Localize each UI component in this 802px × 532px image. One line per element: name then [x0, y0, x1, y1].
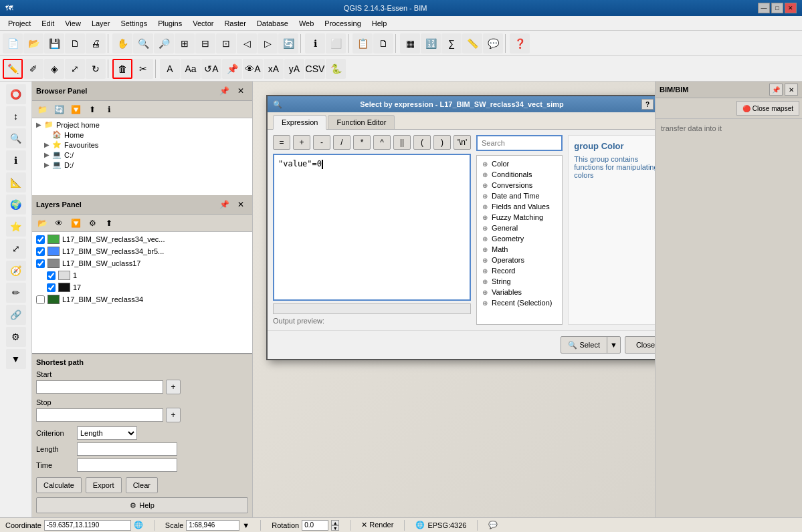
tool-settings[interactable]: ⚙	[6, 327, 26, 347]
menu-layer[interactable]: Layer	[86, 18, 116, 29]
zoom-in-btn[interactable]: 🔍	[133, 33, 153, 53]
layers-up2-btn[interactable]: ⬆	[102, 216, 116, 231]
menu-help[interactable]: Help	[367, 18, 393, 29]
add-label-btn[interactable]: A	[160, 59, 180, 79]
cat-conditionals[interactable]: ⊕ Conditionals	[480, 169, 559, 180]
tab-expression[interactable]: Expression	[273, 115, 326, 130]
cat-date-time[interactable]: ⊕ Date and Time	[480, 190, 559, 201]
python-btn[interactable]: 🐍	[326, 59, 346, 79]
tool-edit2[interactable]: ✏	[6, 283, 26, 303]
layer-checkbox[interactable]	[47, 271, 56, 280]
measure-btn[interactable]: 📏	[462, 33, 482, 53]
expr-plus-btn[interactable]: +	[293, 135, 310, 150]
tool-identify[interactable]: ℹ	[6, 150, 26, 170]
maximize-btn[interactable]: □	[771, 3, 783, 13]
new-file-btn[interactable]: 📄	[3, 33, 23, 53]
browser-add-btn[interactable]: 📁	[35, 102, 49, 117]
layer-item-5[interactable]: 17	[33, 281, 251, 293]
zoom-next-btn[interactable]: ▷	[258, 33, 278, 53]
field-calc-btn[interactable]: 🔢	[421, 33, 441, 53]
label-x-btn[interactable]: xA	[264, 59, 284, 79]
browser-refresh-btn[interactable]: 🔄	[52, 102, 66, 117]
length-input[interactable]	[77, 442, 177, 456]
pin-label-btn[interactable]: 📌	[222, 59, 242, 79]
cut-btn[interactable]: ✂	[133, 59, 153, 79]
identify-btn[interactable]: ℹ	[305, 33, 325, 53]
csv-btn[interactable]: CSV	[305, 59, 325, 79]
save-as-btn[interactable]: 🗋	[65, 33, 85, 53]
layer-checkbox[interactable]	[36, 247, 45, 256]
cat-math[interactable]: ⊕ Math	[480, 244, 559, 255]
browser-item-favourites[interactable]: ▶ ⭐ Favourites	[33, 140, 251, 150]
rotation-down-btn[interactable]: ▼	[331, 525, 339, 531]
browser-filter-btn[interactable]: 🔽	[68, 102, 83, 117]
rp-close-btn[interactable]: ✕	[785, 84, 798, 96]
menu-settings[interactable]: Settings	[115, 18, 153, 29]
menu-raster[interactable]: Raster	[219, 18, 251, 29]
refresh-btn[interactable]: 🔄	[278, 33, 298, 53]
tool-compass[interactable]: 🧭	[6, 261, 26, 281]
start-pick-btn[interactable]: +	[166, 380, 181, 394]
export-btn[interactable]: Export	[86, 477, 122, 493]
expr-power-btn[interactable]: ^	[373, 135, 391, 150]
start-input[interactable]	[36, 380, 163, 394]
browser-item-home[interactable]: 🏠 Home	[33, 130, 251, 140]
layer-item-6[interactable]: L17_BIM_SW_reclass34	[33, 293, 251, 305]
expression-scrollbar[interactable]	[273, 303, 471, 314]
browser-item-d[interactable]: ▶ 💻 D:/	[33, 160, 251, 170]
cat-string[interactable]: ⊕ String	[480, 276, 559, 287]
expr-multiply-btn[interactable]: *	[353, 135, 371, 150]
expr-rparen-btn[interactable]: )	[433, 135, 451, 150]
cat-recent[interactable]: ⊕ Recent (Selection)	[480, 297, 559, 308]
layers-close-btn[interactable]: ✕	[233, 197, 248, 212]
tool-pan[interactable]: ↕	[6, 106, 26, 126]
move-btn[interactable]: ⤢	[65, 59, 85, 79]
tool-down[interactable]: ▼	[6, 349, 26, 369]
edit-layer-btn[interactable]: ✏️	[3, 59, 23, 79]
help-btn[interactable]: ⚙ Help	[36, 497, 248, 513]
digitize-btn[interactable]: ✐	[23, 59, 43, 79]
cat-fuzzy[interactable]: ⊕ Fuzzy Matching	[480, 212, 559, 223]
zoom-prev-btn[interactable]: ◁	[237, 33, 257, 53]
coordinate-input[interactable]	[44, 520, 131, 531]
close-dialog-btn[interactable]: Close	[625, 336, 655, 354]
layers-settings-btn[interactable]: ⚙	[85, 216, 100, 231]
label-y-btn[interactable]: yA	[284, 59, 304, 79]
criterion-select[interactable]: Length Time	[77, 426, 137, 440]
select-btn-group[interactable]: 🔍 Select ▼	[561, 336, 621, 354]
stop-input[interactable]	[36, 408, 163, 422]
browser-pin-btn[interactable]: 📌	[217, 84, 231, 98]
copy-map-btn[interactable]: 📋	[353, 33, 373, 53]
scale-down-icon[interactable]: ▼	[242, 521, 249, 529]
layers-filter-btn[interactable]: 🔽	[68, 216, 83, 231]
clear-btn[interactable]: Clear	[126, 477, 158, 493]
scale-input[interactable]	[186, 520, 239, 531]
menu-processing[interactable]: Processing	[319, 18, 366, 29]
layer-item-2[interactable]: L17_BIM_SW_reclass34_br5...	[33, 245, 251, 257]
layer-item-3[interactable]: L17_BIM_SW_uclass17	[33, 257, 251, 269]
tool-star[interactable]: ⭐	[6, 217, 26, 237]
layer-checkbox[interactable]	[47, 283, 56, 292]
cat-record[interactable]: ⊕ Record	[480, 265, 559, 276]
select-rect-btn[interactable]: ⬜	[326, 33, 346, 53]
zoom-selection-btn[interactable]: ⊡	[216, 33, 236, 53]
time-input[interactable]	[77, 458, 177, 472]
cat-color[interactable]: ⊕ Color	[480, 158, 559, 169]
browser-item-project[interactable]: ▶ 📁 Project home	[33, 120, 251, 130]
tool-arrows[interactable]: ⤢	[6, 239, 26, 259]
expr-divide-btn[interactable]: /	[333, 135, 350, 150]
select-arrow-btn[interactable]: ▼	[607, 337, 620, 353]
expr-lparen-btn[interactable]: (	[413, 135, 431, 150]
save-btn[interactable]: 💾	[44, 33, 64, 53]
browser-item-c[interactable]: ▶ 💻 C:/	[33, 150, 251, 160]
zoom-layer-btn[interactable]: ⊟	[195, 33, 215, 53]
layers-open-btn[interactable]: 📂	[35, 216, 49, 231]
stats-btn[interactable]: ∑	[441, 33, 462, 53]
browser-close-btn[interactable]: ✕	[233, 84, 248, 98]
cat-fields-values[interactable]: ⊕ Fields and Values	[480, 201, 559, 212]
cat-operators[interactable]: ⊕ Operators	[480, 255, 559, 265]
open-btn[interactable]: 📂	[23, 33, 43, 53]
calculate-btn[interactable]: Calculate	[36, 477, 82, 493]
browser-up-btn[interactable]: ⬆	[85, 102, 100, 117]
menu-view[interactable]: View	[60, 18, 86, 29]
